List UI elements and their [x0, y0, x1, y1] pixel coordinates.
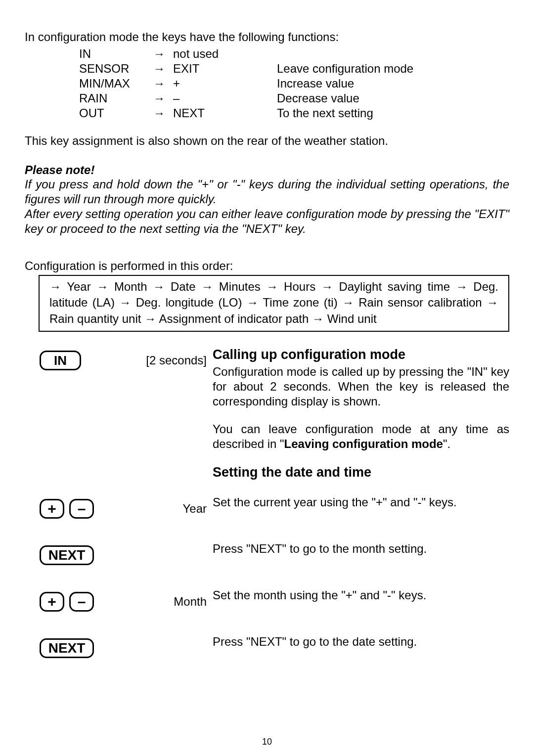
please-note-title: Please note!	[25, 163, 509, 177]
text: ".	[443, 437, 450, 450]
arrow-icon	[153, 91, 173, 106]
config-flow-sequence: → Year → Month → Date → Minutes → Hours …	[49, 280, 498, 325]
key-name: OUT	[79, 106, 153, 121]
calling-heading: Calling up configuration mode	[213, 347, 509, 363]
config-flow-box: → Year → Month → Date → Minutes → Hours …	[39, 275, 509, 332]
key-name: MIN/MAX	[79, 76, 153, 91]
key-func: +	[173, 76, 277, 91]
key-row: RAIN – Decrease value	[79, 91, 509, 106]
step-row-next1: NEXT Press "NEXT" to go to the month set…	[25, 541, 509, 565]
minus-key-icon: –	[69, 592, 94, 612]
next-key-icon: NEXT	[40, 545, 94, 565]
config-order-title: Configuration is performed in this order…	[25, 259, 509, 273]
step-table: IN [2 seconds] Calling up configuration …	[25, 347, 509, 658]
page-number: 10	[0, 737, 534, 747]
key-func: EXIT	[173, 61, 277, 76]
key-desc: Increase value	[277, 76, 509, 91]
datetime-heading: Setting the date and time	[213, 464, 509, 481]
plus-key-icon: +	[40, 592, 64, 612]
please-note-body: If you press and hold down the "+" or "-…	[25, 177, 509, 207]
key-row: OUT NEXT To the next setting	[79, 106, 509, 121]
leaving-config-ref: Leaving configuration mode	[284, 437, 443, 450]
arrow-icon	[153, 61, 173, 76]
in-key-icon: IN	[40, 351, 81, 370]
key-func: –	[173, 91, 277, 106]
hold-duration-label: [2 seconds]	[81, 351, 213, 367]
manual-page: In configuration mode the keys have the …	[0, 0, 534, 756]
intro-text: In configuration mode the keys have the …	[25, 30, 509, 44]
month-body: Set the month using the "+" and "-" keys…	[213, 588, 509, 603]
month-label: Month	[94, 592, 213, 609]
step-row-month: + – Month Set the month using the "+" an…	[25, 588, 509, 612]
arrow-icon	[153, 76, 173, 91]
key-name: IN	[79, 46, 153, 61]
key-function-table: IN not used SENSOR EXIT Leave configurat…	[79, 46, 509, 121]
key-row: MIN/MAX + Increase value	[79, 76, 509, 91]
key-desc: Leave configuration mode	[277, 61, 509, 76]
key-name: RAIN	[79, 91, 153, 106]
step-row-year: + – Year Set the current year using the …	[25, 495, 509, 519]
arrow-icon	[153, 106, 173, 121]
next-key-icon: NEXT	[40, 638, 94, 658]
plus-key-icon: +	[40, 499, 64, 519]
next2-body: Press "NEXT" to go to the date setting.	[213, 634, 509, 649]
key-row: SENSOR EXIT Leave configuration mode	[79, 61, 509, 76]
calling-body: Configuration mode is called up by press…	[213, 364, 509, 409]
step-row-next2: NEXT Press "NEXT" to go to the date sett…	[25, 634, 509, 658]
key-row: IN not used	[79, 46, 509, 61]
key-desc: To the next setting	[277, 106, 509, 121]
step-row-calling: IN [2 seconds] Calling up configuration …	[25, 347, 509, 482]
calling-body2: You can leave configuration mode at any …	[213, 422, 509, 451]
key-func: NEXT	[173, 106, 277, 121]
arrow-icon	[153, 46, 173, 61]
rear-note: This key assignment is also shown on the…	[25, 133, 509, 148]
year-label: Year	[94, 499, 213, 516]
key-func: not used	[173, 46, 277, 61]
key-desc: Decrease value	[277, 91, 509, 106]
please-note-body: After every setting operation you can ei…	[25, 207, 509, 236]
next1-body: Press "NEXT" to go to the month setting.	[213, 541, 509, 556]
minus-key-icon: –	[69, 499, 94, 519]
key-name: SENSOR	[79, 61, 153, 76]
year-body: Set the current year using the "+" and "…	[213, 495, 509, 510]
